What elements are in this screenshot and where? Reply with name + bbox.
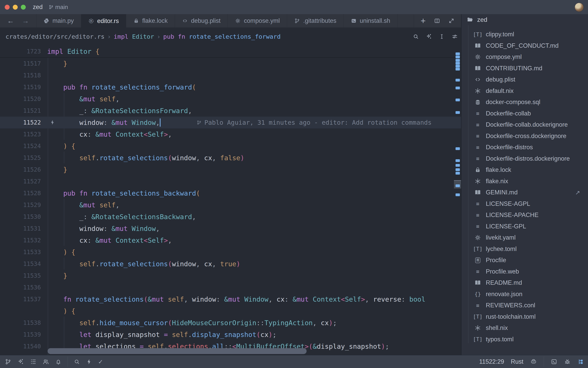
code-action-lightning-icon[interactable] [49,120,56,125]
file-entry-shell.nix[interactable]: shell.nix [461,322,588,334]
language-selector[interactable]: Rust [511,358,523,365]
cursor-position[interactable]: 11522:29 [479,358,504,365]
forward-button[interactable]: → [22,17,29,25]
inline-assist-button[interactable] [426,33,432,40]
notifications-button[interactable] [55,358,62,365]
split-pane-button[interactable] [434,18,440,24]
file-entry-Dockerfile-distros[interactable]: ≡Dockerfile-distros [461,142,588,153]
file-entry-lychee.toml[interactable]: [T]lychee.toml [461,243,588,255]
horizontal-scrollbar-thumb[interactable] [47,348,307,354]
file-entry-Dockerfile-distros.dockerignore[interactable]: ≡Dockerfile-distros.dockerignore [461,153,588,164]
right-dock-toggle-button[interactable] [577,358,584,365]
tab-flake.lock[interactable]: flake.lock [126,14,175,28]
new-tab-button[interactable]: + [421,17,426,25]
buffer-search-button[interactable] [413,33,419,40]
file-entry-CLAUDE.md[interactable]: CLAUDE.md [461,25,588,29]
code-line-11524[interactable]: 11524 ) { [0,140,461,152]
file-entry-README.md[interactable]: README.md [461,277,588,289]
zoom-window-button[interactable] [21,5,26,10]
tab-compose.yml[interactable]: compose.yml [228,14,287,28]
breadcrumb-fn-name: rotate_selections_forward [189,33,281,40]
code-line-11519[interactable]: 11519 pub fn rotate_selections_forward( [0,81,461,93]
diagnostics-button[interactable]: ✓ [98,358,103,365]
code-line-11530[interactable]: 11530 _: &RotateSelectionsBackward, [0,211,461,223]
file-entry-compose.yml[interactable]: compose.yml [461,51,588,63]
file-entry-Procfile.web[interactable]: ≡Procfile.web [461,266,588,277]
file-name: LICENSE-AGPL [486,200,530,207]
git-panel-button[interactable] [5,358,11,365]
tab-editor.rs[interactable]: editor.rs [81,14,126,28]
code-line-11518[interactable]: 11518 [0,70,461,81]
file-entry-LICENSE-GPL[interactable]: ≡LICENSE-GPL [461,221,588,232]
file-entry-renovate.json[interactable]: {}renovate.json [461,288,588,300]
code-line-11531[interactable]: 11531 window: &mut Window, [0,223,461,234]
code-line-11521[interactable]: 11521 _: &RotateSelectionsForward, [0,105,461,117]
code-line-11539[interactable]: 11539 let display_snapshot = self.displa… [0,329,461,340]
collab-panel-button[interactable] [42,358,49,365]
branch-selector[interactable]: main [48,4,68,10]
file-entry-Dockerfile-cross.dockerignore[interactable]: ≡Dockerfile-cross.dockerignore [461,130,588,142]
file-entry-REVIEWERS.conl[interactable]: ≡REVIEWERS.conl [461,300,588,311]
user-avatar[interactable] [575,3,584,12]
vertical-scrollbar[interactable] [454,46,461,355]
outline-panel-button[interactable] [30,358,37,365]
code-line-wrap[interactable]: ) { [0,305,461,317]
breadcrumb[interactable]: crates/editor/src/editor.rs › impl Edito… [6,33,281,40]
assistant-panel-button[interactable] [17,358,24,365]
tab-main.py[interactable]: main.py [36,14,81,28]
file-entry-LICENSE-APACHE[interactable]: ≡LICENSE-APACHE [461,210,588,221]
code-line-11533[interactable]: 11533 ) { [0,246,461,258]
file-entry-GEMINI.md[interactable]: GEMINI.md↗ [461,187,588,198]
code-line-11517[interactable]: 11517 } [0,58,461,70]
selection-menu-button[interactable] [439,33,445,40]
file-entry-flake.nix[interactable]: flake.nix [461,175,588,187]
file-entry-debug.plist[interactable]: debug.plist [461,74,588,85]
code-line-11520[interactable]: 11520 &mut self, [0,93,461,105]
code-line-11525[interactable]: 11525 self.rotate_selections(window, cx,… [0,152,461,164]
tab-.gitattributes[interactable]: .gitattributes [287,14,344,28]
code-editor[interactable]: 1723impl Editor { 11517 }1151811519 pub … [0,46,461,355]
file-entry-typos.toml[interactable]: [T]typos.toml [461,334,588,345]
file-entry-clippy.toml[interactable]: [T]clippy.toml [461,29,588,40]
code-line-text: ) { [47,140,461,152]
code-line-11534[interactable]: 11534 self.rotate_selections(window, cx,… [0,258,461,270]
file-entry-default.nix[interactable]: default.nix [461,85,588,97]
copilot-button[interactable] [530,358,537,365]
code-line-11526[interactable]: 11526 } [0,164,461,175]
code-line-11538[interactable]: 11538 self.hide_mouse_cursor(HideMouseCu… [0,317,461,329]
tab-uninstall.sh[interactable]: uninstall.sh [344,14,398,28]
quick-actions-button[interactable] [86,359,92,365]
file-entry-CODE_OF_CONDUCT.md[interactable]: CODE_OF_CONDUCT.md [461,40,588,51]
code-line-11528[interactable]: 11528 pub fn rotate_selections_backward( [0,187,461,199]
code-line-11523[interactable]: 11523 cx: &mut Context<Self>, [0,129,461,140]
code-line-11537[interactable]: 11537 fn rotate_selections(&mut self, wi… [0,293,461,305]
minimize-window-button[interactable] [13,5,18,10]
file-entry-Dockerfile-collab.dockerignore[interactable]: ≡Dockerfile-collab.dockerignore [461,119,588,131]
file-entry-rust-toolchain.toml[interactable]: [T]rust-toolchain.toml [461,311,588,322]
close-window-button[interactable] [5,5,10,10]
editor-controls-button[interactable] [452,33,458,40]
file-entry-LICENSE-AGPL[interactable]: ≡LICENSE-AGPL [461,198,588,210]
code-line-11527[interactable]: 11527 [0,175,461,187]
inline-git-blame[interactable]: Pablo Aguiar, 31 minutes ago - editor: A… [197,117,432,129]
file-entry-livekit.yaml[interactable]: livekit.yaml [461,232,588,243]
project-root-entry[interactable]: zed [461,14,588,25]
tab-debug.plist[interactable]: debug.plist [175,14,228,28]
expand-pane-button[interactable] [448,18,454,24]
file-entry-docker-compose.sql[interactable]: docker-compose.sql [461,97,588,108]
sticky-context-line[interactable]: 1723impl Editor { [0,46,461,58]
lines-icon: ≡ [476,156,479,162]
code-line-11532[interactable]: 11532 cx: &mut Context<Self>, [0,234,461,246]
file-entry-Dockerfile-collab[interactable]: ≡Dockerfile-collab [461,108,588,119]
file-entry-Procfile[interactable]: HProcfile [461,255,588,266]
debugger-button[interactable] [564,358,571,365]
back-button[interactable]: ← [7,17,14,25]
project-search-button[interactable] [74,359,80,365]
code-line-11529[interactable]: 11529 &mut self, [0,199,461,211]
terminal-panel-button[interactable] [551,358,557,365]
file-entry-flake.lock[interactable]: flake.lock [461,164,588,176]
code-line-11522[interactable]: 11522 window: &mut Window,Pablo Aguiar, … [0,117,461,129]
code-line-11535[interactable]: 11535 } [0,270,461,282]
code-line-11536[interactable]: 11536 [0,282,461,293]
file-entry-CONTRIBUTING.md[interactable]: CONTRIBUTING.md [461,63,588,74]
